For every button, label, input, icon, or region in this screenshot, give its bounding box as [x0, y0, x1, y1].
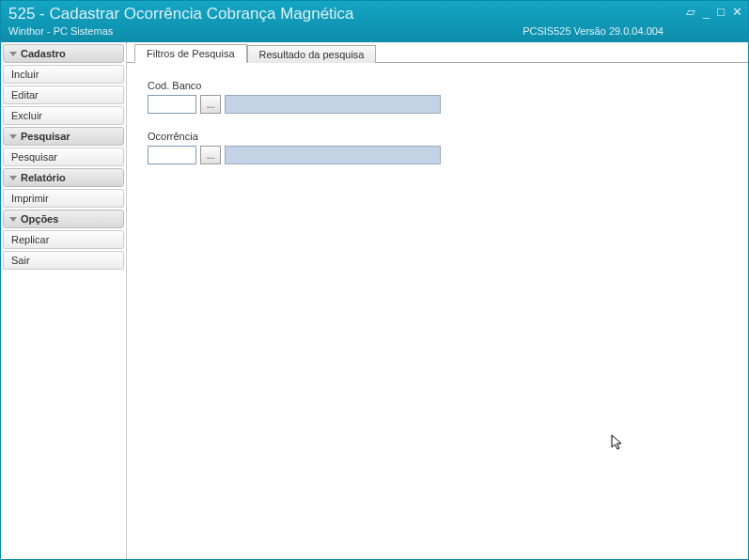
input-ocorrencia[interactable]	[148, 146, 196, 164]
close-icon[interactable]: ✕	[732, 5, 742, 19]
sidebar-item-excluir[interactable]: Excluir	[3, 106, 124, 125]
chevron-down-icon	[9, 217, 17, 222]
chevron-down-icon	[9, 176, 17, 180]
input-codbanco[interactable]	[148, 95, 196, 114]
chevron-down-icon	[9, 134, 17, 139]
sidebar-item-replicar[interactable]: Replicar	[3, 230, 124, 249]
lookup-button-ocorrencia[interactable]: ...	[200, 146, 221, 164]
sidebar: Cadastro Incluir Editar Excluir Pesquisa…	[1, 42, 127, 559]
sidebar-header-label: Relatório	[21, 172, 66, 183]
field-group-ocorrencia: Ocorrência ...	[148, 131, 727, 164]
cursor-icon	[611, 434, 626, 453]
sidebar-header-label: Cadastro	[21, 48, 66, 59]
sidebar-header-cadastro[interactable]: Cadastro	[3, 44, 124, 63]
sidebar-item-imprimir[interactable]: Imprimir	[3, 189, 124, 208]
tab-filtros[interactable]: Filtros de Pesquisa	[134, 44, 247, 63]
chevron-down-icon	[9, 52, 17, 56]
window-controls: ▱ _ □ ✕	[686, 5, 742, 19]
sidebar-header-label: Opções	[21, 213, 58, 225]
sidebar-header-opcoes[interactable]: Opções	[3, 210, 124, 228]
version-label: PCSIS525 Versão 29.0.04.004	[523, 25, 663, 37]
label-codbanco: Cod. Banco	[148, 80, 727, 91]
display-codbanco	[225, 95, 441, 114]
lookup-button-codbanco[interactable]: ...	[200, 95, 221, 114]
display-ocorrencia	[225, 146, 441, 164]
minimize-icon[interactable]: _	[703, 5, 710, 19]
sidebar-header-relatorio[interactable]: Relatório	[3, 168, 124, 187]
tab-content: Cod. Banco ... Ocorrência ...	[127, 63, 748, 559]
main-area: Filtros de Pesquisa Resultado da pesquis…	[127, 42, 748, 559]
label-ocorrencia: Ocorrência	[148, 131, 727, 142]
field-row: ...	[148, 146, 727, 164]
sidebar-item-pesquisar[interactable]: Pesquisar	[3, 148, 124, 166]
sidebar-header-pesquisar[interactable]: Pesquisar	[3, 127, 124, 146]
tab-bar: Filtros de Pesquisa Resultado da pesquis…	[127, 42, 748, 63]
field-row: ...	[148, 95, 727, 114]
window-body: Cadastro Incluir Editar Excluir Pesquisa…	[1, 42, 748, 559]
tab-resultado[interactable]: Resultado da pesquisa	[247, 45, 377, 63]
restore-icon[interactable]: ▱	[686, 5, 695, 19]
field-group-codbanco: Cod. Banco ...	[148, 80, 727, 114]
titlebar: 525 - Cadastrar Ocorrência Cobrança Magn…	[1, 1, 748, 42]
window-title: 525 - Cadastrar Ocorrência Cobrança Magn…	[8, 5, 741, 23]
sidebar-header-label: Pesquisar	[21, 131, 70, 142]
app-window: 525 - Cadastrar Ocorrência Cobrança Magn…	[0, 0, 749, 560]
sidebar-item-editar[interactable]: Editar	[3, 86, 124, 104]
sidebar-item-incluir[interactable]: Incluir	[3, 65, 124, 84]
sidebar-item-sair[interactable]: Sair	[3, 251, 124, 270]
maximize-icon[interactable]: □	[717, 5, 725, 19]
